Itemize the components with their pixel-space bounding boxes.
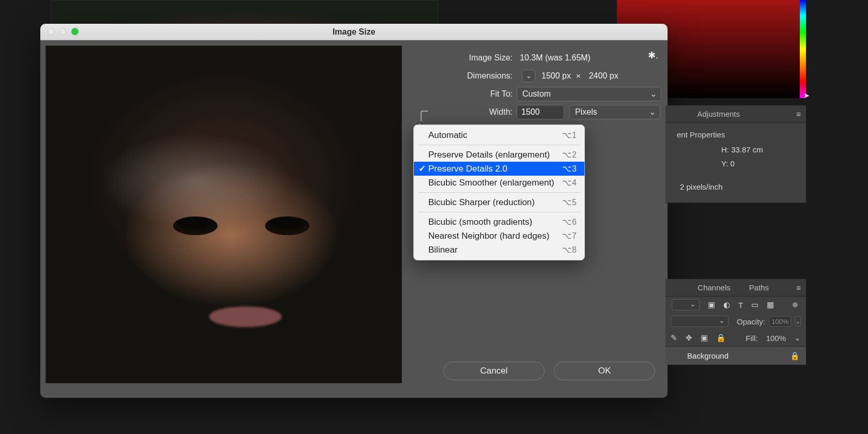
tab-properties[interactable]: s (665, 110, 688, 118)
resample-option-automatic[interactable]: Automatic ⌥1 (414, 128, 584, 142)
image-preview[interactable] (45, 45, 402, 383)
layer-lock-icon[interactable]: 🔒 (790, 351, 800, 361)
cancel-button[interactable]: Cancel (443, 362, 545, 380)
lock-all-icon[interactable]: 🔒 (716, 333, 726, 343)
property-y: Y: 0 (721, 159, 797, 168)
properties-panel: s Adjustments ≡ ent Properties H: 33.87 … (665, 105, 806, 203)
layer-name: Background (687, 351, 729, 360)
picker-caret-icon: ▶ (805, 92, 809, 99)
resample-method-menu: Automatic ⌥1 Preserve Details (enlargeme… (413, 125, 585, 260)
gear-icon[interactable]: ✱. (648, 50, 658, 61)
tab-adjustments[interactable]: Adjustments (688, 110, 750, 118)
check-icon: ✓ (419, 163, 426, 174)
opacity-stepper[interactable]: ⌄ (795, 316, 801, 327)
resample-option-preserve-details[interactable]: Preserve Details (enlargement) ⌥2 (414, 148, 584, 162)
panel-menu-icon[interactable]: ≡ (787, 110, 806, 118)
lock-position-icon[interactable]: ✥ (686, 333, 692, 343)
window-close-button[interactable] (48, 28, 55, 35)
filter-image-icon[interactable]: ▣ (708, 300, 715, 309)
fit-to-select[interactable]: Custom (517, 87, 661, 101)
dimensions-unit-toggle[interactable]: ⌄ (522, 70, 535, 82)
layer-kind-filter-select[interactable] (672, 299, 700, 311)
resample-option-bilinear[interactable]: Bilinear ⌥8 (414, 243, 584, 257)
image-size-value: 10.3M (was 1.65M) (517, 53, 591, 63)
tab-paths[interactable]: Paths (740, 283, 778, 292)
image-size-label: Image Size: (413, 53, 517, 63)
properties-adjustments-tabs: s Adjustments ≡ (665, 105, 806, 123)
property-resolution: 2 pixels/inch (680, 182, 797, 191)
dimensions-height: 2400 px (586, 71, 618, 81)
filter-type-icon[interactable]: T (738, 301, 743, 309)
dimensions-label: Dimensions: (413, 71, 517, 81)
lock-crop-icon[interactable]: ▣ (701, 333, 708, 343)
resample-option-bicubic-smoother[interactable]: Bicubic Smoother (enlargement) ⌥4 (414, 176, 584, 190)
window-zoom-button[interactable] (71, 28, 79, 35)
layers-panel: L Channels Paths ≡ ▣ ◐ T ▭ ▦ Opacity: 10… (665, 279, 806, 365)
fit-to-value: Custom (522, 89, 551, 99)
fill-stepper[interactable]: ⌄ (794, 333, 801, 343)
opacity-value[interactable]: 100% (769, 316, 791, 327)
layer-row-background[interactable]: Background 🔒 (665, 346, 806, 365)
width-unit-value: Pixels (575, 107, 597, 117)
filter-smartobject-icon[interactable]: ▦ (767, 300, 774, 309)
width-input[interactable] (517, 105, 564, 119)
property-h: H: 33.87 cm (721, 145, 797, 154)
width-label: Width: (413, 107, 517, 117)
filter-adjustment-icon[interactable]: ◐ (723, 300, 730, 309)
layers-tabs: L Channels Paths ≡ (665, 279, 806, 297)
dialog-titlebar[interactable]: Image Size (40, 24, 668, 40)
tab-channels[interactable]: Channels (688, 283, 739, 292)
width-unit-select[interactable]: Pixels (569, 105, 660, 119)
window-minimize-button[interactable] (59, 28, 67, 35)
blend-mode-select[interactable] (671, 316, 729, 327)
dialog-title: Image Size (333, 27, 376, 37)
layers-panel-menu-icon[interactable]: ≡ (787, 283, 806, 292)
resample-option-nearest-neighbor[interactable]: Nearest Neighbor (hard edges) ⌥7 (414, 229, 584, 243)
fill-value[interactable]: 100% (766, 334, 786, 343)
resample-option-preserve-details-2[interactable]: ✓ Preserve Details 2.0 ⌥3 (414, 162, 584, 176)
lock-brush-icon[interactable]: ✎ (671, 333, 677, 343)
resample-option-bicubic-sharper[interactable]: Bicubic Sharper (reduction) ⌥5 (414, 195, 584, 209)
filter-toggle-icon[interactable] (793, 302, 798, 307)
dimensions-times-icon: × (574, 71, 583, 80)
dimensions-width: 1500 px (538, 71, 571, 81)
fill-label: Fill: (746, 334, 757, 343)
resample-option-bicubic[interactable]: Bicubic (smooth gradients) ⌥6 (414, 215, 584, 229)
properties-subhead: ent Properties (677, 130, 797, 139)
color-hue-slider[interactable] (800, 0, 806, 98)
fit-to-label: Fit To: (413, 89, 517, 99)
filter-shape-icon[interactable]: ▭ (751, 300, 758, 309)
opacity-label: Opacity: (737, 317, 765, 326)
ok-button[interactable]: OK (554, 362, 655, 380)
tab-layers[interactable]: L (665, 283, 688, 292)
